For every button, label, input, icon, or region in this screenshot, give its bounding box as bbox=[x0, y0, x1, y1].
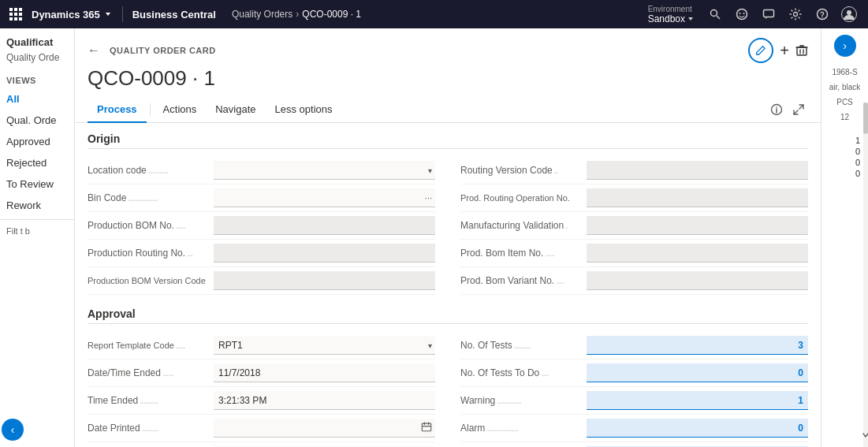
right-panel-num1: 1 bbox=[821, 136, 863, 145]
search-button[interactable] bbox=[702, 2, 728, 27]
value-location-code: ▾ bbox=[214, 161, 435, 180]
right-panel-num4: 0 bbox=[821, 169, 863, 178]
label-prod-routing-no: Production Routing No. ... bbox=[88, 248, 214, 259]
sidebar-item-qual-order[interactable]: Qual. Orde bbox=[0, 110, 74, 131]
sidebar-item-approved[interactable]: Approved bbox=[0, 131, 74, 152]
label-prod-bom-no: Production BOM No. ..... bbox=[88, 220, 214, 231]
label-time-ended: Time Ended .......... bbox=[88, 395, 214, 406]
report-template-code-select[interactable]: RPT1 bbox=[214, 336, 435, 355]
field-prod-bom-no: Production BOM No. ..... bbox=[88, 212, 435, 240]
tab-navigate[interactable]: Navigate bbox=[206, 97, 265, 123]
field-alarm: Alarm ................. 0 bbox=[460, 415, 808, 442]
field-bin-code: Bin Code ................ ··· bbox=[88, 184, 435, 212]
brand-name[interactable]: Dynamics 365 bbox=[32, 9, 113, 20]
svg-point-23 bbox=[776, 106, 777, 108]
breadcrumb-quality-orders[interactable]: Quality Orders bbox=[232, 9, 292, 20]
edit-button[interactable] bbox=[748, 38, 773, 63]
bin-code-input[interactable] bbox=[214, 188, 435, 207]
card-header-title: QUALITY ORDER CARD bbox=[110, 46, 739, 55]
value-alarm[interactable]: 0 bbox=[587, 419, 808, 438]
user-avatar[interactable] bbox=[836, 2, 862, 27]
settings-button[interactable] bbox=[783, 2, 808, 27]
field-location-code: Location code ........... ▾ bbox=[88, 157, 435, 184]
value-prod-routing-no[interactable] bbox=[214, 244, 435, 263]
field-no-of-tests-todo: No. Of Tests To Do .... 0 bbox=[460, 359, 808, 387]
date-time-ended-input[interactable] bbox=[214, 363, 435, 382]
chat-button[interactable] bbox=[756, 2, 781, 27]
value-no-of-tests[interactable]: 3 bbox=[587, 336, 808, 355]
label-no-of-tests-todo: No. Of Tests To Do .... bbox=[460, 367, 587, 378]
top-nav-bar: Dynamics 365 Business Central Quality Or… bbox=[0, 0, 868, 28]
right-panel-text1: 1968-S bbox=[830, 66, 859, 78]
value-prod-routing-op-no[interactable] bbox=[587, 188, 808, 207]
ellipsis-icon[interactable]: ··· bbox=[425, 193, 432, 203]
right-panel-text3: PCS bbox=[835, 96, 855, 108]
delete-button[interactable] bbox=[795, 44, 808, 57]
field-prod-bom-variant-no: Prod. Bom Variant No. .... bbox=[460, 267, 808, 295]
svg-point-17 bbox=[821, 17, 823, 18]
label-prod-routing-op-no: Prod. Routing Operation No. bbox=[460, 193, 587, 203]
waffle-menu-button[interactable] bbox=[6, 5, 25, 24]
sidebar-item-rework[interactable]: Rework bbox=[0, 195, 74, 216]
svg-rect-0 bbox=[9, 8, 13, 11]
value-prod-bom-variant-no[interactable] bbox=[587, 271, 808, 290]
field-prod-routing-op-no: Prod. Routing Operation No. bbox=[460, 184, 808, 212]
field-prod-bom-version-code: Production BOM Version Code bbox=[88, 267, 435, 295]
label-alarm: Alarm ................. bbox=[460, 423, 587, 434]
emoji-button[interactable] bbox=[729, 2, 754, 27]
label-no-of-tests: No. Of Tests ......... bbox=[460, 340, 587, 351]
calendar-icon[interactable] bbox=[421, 422, 432, 435]
value-warning[interactable]: 1 bbox=[587, 391, 808, 410]
main-layout: Qualificat Quality Orde Views All Qual. … bbox=[0, 28, 868, 447]
scrollbar-thumb[interactable] bbox=[863, 102, 868, 134]
field-date-printed: Date Printed ......... bbox=[88, 415, 435, 442]
field-warning: Warning ............. 1 bbox=[460, 387, 808, 415]
scroll-down-icon[interactable] bbox=[861, 430, 868, 442]
svg-rect-4 bbox=[14, 13, 17, 16]
top-nav-right: Environment Sandbox bbox=[648, 2, 862, 27]
label-location-code: Location code ........... bbox=[88, 165, 214, 176]
time-ended-input[interactable] bbox=[214, 391, 435, 410]
value-prod-bom-version-code[interactable] bbox=[214, 271, 435, 290]
label-bin-code: Bin Code ................ bbox=[88, 192, 214, 203]
tab-process[interactable]: Process bbox=[88, 97, 147, 123]
value-prod-bom-no[interactable] bbox=[214, 216, 435, 235]
svg-rect-7 bbox=[14, 17, 17, 20]
value-mfg-validation[interactable] bbox=[587, 216, 808, 235]
tab-actions[interactable]: Actions bbox=[154, 97, 207, 123]
card-title: QCO-0009 · 1 bbox=[75, 63, 821, 97]
svg-point-12 bbox=[739, 13, 741, 14]
origin-right-col: Routing Version Code .. Prod. Routing Op… bbox=[460, 157, 808, 295]
sidebar-item-rejected[interactable]: Rejected bbox=[0, 152, 74, 173]
card-header: ← QUALITY ORDER CARD + bbox=[75, 28, 821, 63]
expand-icon-btn[interactable] bbox=[789, 100, 808, 119]
label-mfg-validation: Manufacturing Validation . bbox=[460, 220, 587, 231]
svg-point-9 bbox=[711, 10, 717, 17]
next-arrow-button[interactable]: › bbox=[834, 35, 856, 57]
value-no-of-tests-todo[interactable]: 0 bbox=[587, 363, 808, 382]
value-routing-version-code[interactable] bbox=[587, 161, 808, 180]
right-panel-text2: air, black bbox=[828, 81, 862, 93]
back-button[interactable]: ← bbox=[88, 43, 100, 58]
svg-point-13 bbox=[743, 13, 745, 14]
svg-rect-20 bbox=[797, 47, 807, 55]
right-panel-num2: 0 bbox=[821, 147, 863, 156]
add-button[interactable]: + bbox=[780, 42, 789, 60]
sidebar-item-all[interactable]: All bbox=[0, 88, 74, 110]
right-panel-num3: 0 bbox=[821, 158, 863, 167]
prev-arrow-button[interactable]: ‹ bbox=[2, 419, 24, 441]
svg-point-11 bbox=[737, 9, 747, 20]
value-prod-bom-item-no[interactable] bbox=[587, 244, 808, 263]
info-icon-btn[interactable] bbox=[767, 100, 786, 119]
location-code-select[interactable] bbox=[214, 161, 435, 180]
label-prod-bom-item-no: Prod. Bom Item No. ..... bbox=[460, 248, 587, 259]
help-button[interactable] bbox=[810, 2, 835, 27]
tab-less-options[interactable]: Less options bbox=[266, 97, 342, 123]
svg-point-19 bbox=[847, 10, 851, 15]
approval-section-title: Approval bbox=[88, 307, 808, 324]
svg-rect-6 bbox=[9, 17, 13, 20]
sidebar-title: Qualificat bbox=[0, 28, 74, 52]
date-printed-input[interactable] bbox=[214, 419, 435, 438]
sidebar-item-to-review[interactable]: To Review bbox=[0, 173, 74, 195]
approval-form-grid: Report Template Code ..... RPT1 ▾ bbox=[88, 332, 808, 447]
